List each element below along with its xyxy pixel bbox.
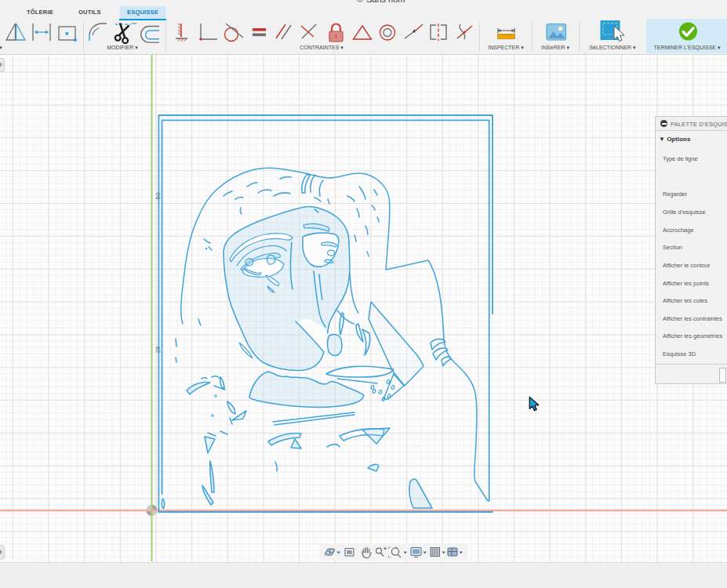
svg-text:50: 50 <box>154 192 162 199</box>
svg-text:25: 25 <box>154 346 162 353</box>
